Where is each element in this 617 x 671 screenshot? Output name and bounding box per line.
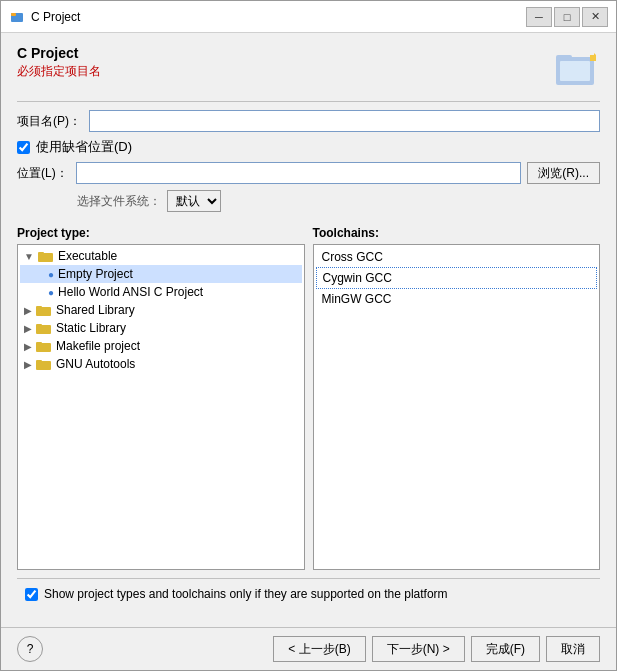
folder-icon-3 (36, 339, 52, 353)
show-supported-checkbox[interactable] (25, 588, 38, 601)
dialog-content: C Project 必须指定项目名 项目名(P)： 使 (1, 33, 616, 627)
folder-icon (36, 303, 52, 317)
footer: ? < 上一步(B) 下一步(N) > 完成(F) 取消 (1, 627, 616, 670)
location-label: 位置(L)： (17, 165, 68, 182)
next-button[interactable]: 下一步(N) > (372, 636, 465, 662)
finish-button[interactable]: 完成(F) (471, 636, 540, 662)
back-button[interactable]: < 上一步(B) (273, 636, 365, 662)
default-location-row: 使用缺省位置(D) (17, 138, 600, 156)
footer-left: ? (17, 636, 43, 662)
dot-icon-2: ● (48, 287, 54, 298)
chevron-down-icon: ▼ (24, 251, 34, 262)
filesystem-select[interactable]: 默认 (167, 190, 221, 212)
project-type-panel: Project type: ▼ Executable ● (17, 226, 305, 570)
svg-marker-5 (590, 55, 596, 61)
bottom-checkbox-row: Show project types and toolchains only i… (17, 578, 600, 607)
minimize-button[interactable]: ─ (526, 7, 552, 27)
tree-item-makefile[interactable]: ▶ Makefile project (20, 337, 302, 355)
cancel-button[interactable]: 取消 (546, 636, 600, 662)
toolchains-list[interactable]: Cross GCC Cygwin GCC MinGW GCC (313, 244, 601, 570)
main-window: C Project ─ □ ✕ C Project 必须指定项目名 (0, 0, 617, 671)
tree-item-shared-library-label: Shared Library (56, 303, 135, 317)
title-bar: C Project ─ □ ✕ (1, 1, 616, 33)
svg-rect-3 (556, 55, 572, 61)
help-button[interactable]: ? (17, 636, 43, 662)
filesystem-label: 选择文件系统： (77, 193, 161, 210)
chevron-right-icon-4: ▶ (24, 359, 32, 370)
dialog-subtitle: 必须指定项目名 (17, 63, 101, 80)
project-type-tree[interactable]: ▼ Executable ● Empty Project (17, 244, 305, 570)
location-row: 位置(L)： E:\myEclipseWorkspace 浏览(R)... (17, 162, 600, 184)
folder-icon-2 (36, 321, 52, 335)
svg-rect-12 (36, 324, 42, 327)
toolchains-label: Toolchains: (313, 226, 601, 240)
tree-item-static-library[interactable]: ▶ Static Library (20, 319, 302, 337)
chevron-right-icon-2: ▶ (24, 323, 32, 334)
dialog-title: C Project (17, 45, 101, 61)
svg-rect-8 (38, 252, 44, 255)
tree-item-hello-world-label: Hello World ANSI C Project (58, 285, 203, 299)
svg-rect-14 (36, 342, 42, 345)
list-item-cross-gcc[interactable]: Cross GCC (316, 247, 598, 267)
panels-section: Project type: ▼ Executable ● (17, 226, 600, 570)
chevron-right-icon: ▶ (24, 305, 32, 316)
chevron-right-icon-3: ▶ (24, 341, 32, 352)
tree-item-executable-label: Executable (58, 249, 117, 263)
filesystem-row: 选择文件系统： 默认 (17, 190, 600, 212)
header-icon (552, 45, 600, 93)
use-default-checkbox[interactable] (17, 141, 30, 154)
tree-item-empty-project[interactable]: ● Empty Project (20, 265, 302, 283)
project-name-row: 项目名(P)： (17, 110, 600, 132)
use-default-label: 使用缺省位置(D) (36, 138, 132, 156)
toolchains-panel: Toolchains: Cross GCC Cygwin GCC MinGW G… (313, 226, 601, 570)
svg-marker-6 (594, 53, 596, 55)
header-section: C Project 必须指定项目名 (17, 45, 600, 102)
form-section: 项目名(P)： 使用缺省位置(D) 位置(L)： E:\myEclipseWor… (17, 110, 600, 218)
svg-rect-4 (560, 61, 590, 81)
tree-item-shared-library[interactable]: ▶ Shared Library (20, 301, 302, 319)
dot-icon: ● (48, 269, 54, 280)
close-button[interactable]: ✕ (582, 7, 608, 27)
maximize-button[interactable]: □ (554, 7, 580, 27)
list-item-cygwin-gcc[interactable]: Cygwin GCC (316, 267, 598, 289)
tree-item-static-library-label: Static Library (56, 321, 126, 335)
header-text: C Project 必须指定项目名 (17, 45, 101, 80)
folder-open-icon (38, 249, 54, 263)
folder-icon-4 (36, 357, 52, 371)
tree-item-gnu-autotools[interactable]: ▶ GNU Autotools (20, 355, 302, 373)
footer-right: < 上一步(B) 下一步(N) > 完成(F) 取消 (273, 636, 600, 662)
window-controls: ─ □ ✕ (526, 7, 608, 27)
browse-button[interactable]: 浏览(R)... (527, 162, 600, 184)
svg-rect-16 (36, 360, 42, 363)
tree-item-gnu-autotools-label: GNU Autotools (56, 357, 135, 371)
tree-item-hello-world[interactable]: ● Hello World ANSI C Project (20, 283, 302, 301)
window-icon (9, 9, 25, 25)
project-name-label: 项目名(P)： (17, 113, 81, 130)
tree-item-makefile-label: Makefile project (56, 339, 140, 353)
svg-rect-1 (11, 13, 16, 16)
show-supported-label: Show project types and toolchains only i… (44, 587, 448, 601)
location-input[interactable]: E:\myEclipseWorkspace (76, 162, 522, 184)
project-name-input[interactable] (89, 110, 600, 132)
window-title: C Project (31, 10, 526, 24)
tree-item-executable[interactable]: ▼ Executable (20, 247, 302, 265)
list-item-mingw-gcc[interactable]: MinGW GCC (316, 289, 598, 309)
svg-rect-10 (36, 306, 42, 309)
tree-item-empty-project-label: Empty Project (58, 267, 133, 281)
project-type-label: Project type: (17, 226, 305, 240)
